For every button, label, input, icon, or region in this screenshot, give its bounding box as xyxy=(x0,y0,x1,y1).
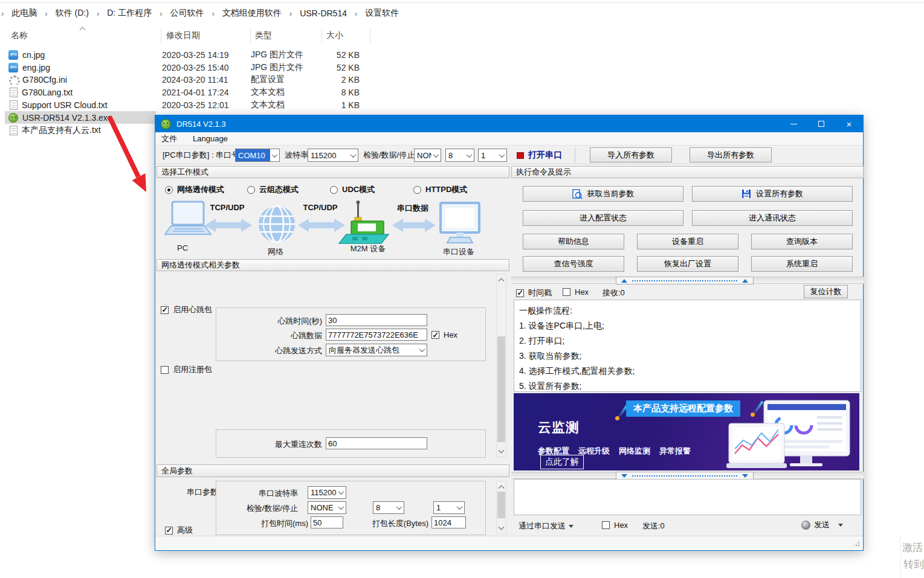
global-databits-select[interactable]: 8 xyxy=(373,501,404,514)
learn-more-button[interactable]: 点此了解 xyxy=(540,455,584,469)
reconnect-input[interactable] xyxy=(326,437,427,449)
column-divider xyxy=(250,28,251,43)
open-serial-button[interactable]: 打开串口 xyxy=(517,148,572,162)
global-baud-select[interactable]: 115200 xyxy=(308,486,346,499)
resize-grip[interactable] xyxy=(853,540,859,546)
hb-data-input[interactable] xyxy=(326,329,427,341)
hb-time-input[interactable] xyxy=(326,314,427,326)
params-scrollbar[interactable] xyxy=(496,274,506,457)
scroll-up-icon[interactable] xyxy=(497,274,506,284)
global-stopbits-select[interactable]: 1 xyxy=(433,501,465,514)
global-parity-select[interactable]: NONE xyxy=(308,501,346,514)
chevron-right-icon: › xyxy=(289,9,292,18)
close-button[interactable]: × xyxy=(835,115,863,132)
help-info-button[interactable]: 帮助信息 xyxy=(523,234,624,249)
hb-mode-select[interactable]: 向服务器发送心跳包 xyxy=(326,344,427,356)
file-row[interactable]: eng.jpg 2020-03-25 15:40 JPG 图片文件 52 KB xyxy=(5,61,370,74)
minimize-button[interactable] xyxy=(780,115,807,132)
databits-select[interactable]: 8 xyxy=(445,149,474,162)
link-label-tcp-udp-1: TCP/UDP xyxy=(203,203,251,212)
column-header-size[interactable]: 大小 xyxy=(326,30,343,41)
scroll-up-icon[interactable] xyxy=(497,481,506,491)
global-parity-value: NONE xyxy=(308,502,337,513)
breadcrumb-doc-group-software[interactable]: 文档组使用软件 xyxy=(222,8,282,19)
signal-strength-button[interactable]: 查信号强度 xyxy=(523,256,624,272)
column-header-type[interactable]: 类型 xyxy=(255,30,272,41)
dropdown-arrow-icon xyxy=(838,524,843,527)
app-icon xyxy=(161,119,171,129)
send-hex-checkbox[interactable]: Hex xyxy=(602,521,628,530)
register-enable-checkbox[interactable]: 启用注册包 xyxy=(161,364,212,375)
send-via-dropdown[interactable]: 通过串口发送 xyxy=(519,521,573,531)
procedure-line: 3. 获取当前参数; xyxy=(519,348,861,364)
enter-config-button[interactable]: 进入配置状态 xyxy=(523,210,683,226)
factory-reset-button[interactable]: 恢复出厂设置 xyxy=(637,256,738,272)
promo-banner[interactable]: 本产品支持远程配置参数 云监测 参数配置 远程升级 网络监测 异常报警 点此了解 xyxy=(514,393,859,470)
mode-option-transparent[interactable]: 网络透传模式 xyxy=(165,184,224,195)
import-params-button[interactable]: 导入所有参数 xyxy=(590,147,672,162)
node-label-serial-device: 串口设备 xyxy=(438,246,480,257)
heartbeat-enable-checkbox[interactable]: 启用心跳包 xyxy=(161,304,212,315)
file-date: 2021-04-01 17:24 xyxy=(162,88,251,97)
pack-len-input[interactable] xyxy=(431,516,466,528)
timestamp-label: 时间戳 xyxy=(528,287,552,298)
parity-select[interactable]: NONI xyxy=(414,149,441,162)
file-row[interactable]: 本产品支持有人云.txt xyxy=(5,124,156,136)
mode-option-cloud-scada[interactable]: 云组态模式 xyxy=(247,184,299,195)
system-reboot-button[interactable]: 系统重启 xyxy=(751,256,853,272)
mode-option-httpd[interactable]: HTTPD模式 xyxy=(413,184,467,195)
scrollbar-thumb[interactable] xyxy=(497,336,505,442)
breadcrumb-work-programs[interactable]: D: 工作程序 xyxy=(107,8,152,19)
scroll-down-icon[interactable] xyxy=(497,447,506,457)
send-button[interactable]: 发送 xyxy=(801,519,843,530)
global-scrollbar[interactable] xyxy=(496,481,506,534)
breadcrumb-company-software[interactable]: 公司软件 xyxy=(170,8,204,19)
file-row[interactable]: cn.jpg 2020-03-25 14:19 JPG 图片文件 52 KB xyxy=(5,48,370,61)
timestamp-checkbox[interactable]: 时间戳 xyxy=(516,287,552,298)
mode-option-udc[interactable]: UDC模式 xyxy=(330,184,375,195)
file-row[interactable]: G780Cfg.ini 2024-03-20 11:41 配置设置 2 KB xyxy=(5,73,370,86)
device-reboot-button[interactable]: 设备重启 xyxy=(637,234,738,249)
menu-file[interactable]: 文件 xyxy=(161,133,177,144)
radio-icon xyxy=(247,186,255,194)
file-row-selected[interactable]: USR-DR514 V2.1.3.exe xyxy=(5,111,156,124)
recv-hex-checkbox[interactable]: Hex xyxy=(563,287,589,297)
pack-time-input[interactable] xyxy=(311,516,343,528)
splitter[interactable] xyxy=(511,277,864,284)
breadcrumb-usr-dr514[interactable]: USR-DR514 xyxy=(300,8,347,18)
checkbox-unchecked-icon xyxy=(602,521,610,529)
breadcrumb-this-pc[interactable]: 此电脑 xyxy=(11,8,37,19)
jpg-file-icon xyxy=(8,50,18,60)
file-row[interactable]: G780Lang.txt 2021-04-01 17:24 文本文档 8 KB xyxy=(5,86,370,98)
exe-file-icon xyxy=(8,113,18,123)
breadcrumb-setup-software[interactable]: 设置软件 xyxy=(365,8,399,19)
global-stopbits-value: 1 xyxy=(434,502,455,513)
receive-log-area[interactable]: 一般操作流程: 1. 设备连PC串口,上电; 2. 打开串口; 3. 获取当前参… xyxy=(514,300,861,392)
advanced-checkbox[interactable]: 高级 xyxy=(165,525,193,536)
query-version-button[interactable]: 查询版本 xyxy=(751,234,853,249)
scrollbar-thumb[interactable] xyxy=(497,492,505,518)
send-input-area[interactable] xyxy=(514,479,861,515)
collapse-down-icon xyxy=(621,474,627,478)
splitter[interactable] xyxy=(511,472,864,479)
column-header-name[interactable]: 名称 xyxy=(11,30,28,41)
reset-counter-button[interactable]: 复位计数 xyxy=(804,285,848,298)
column-header-date[interactable]: 修改日期 xyxy=(166,30,200,41)
hb-hex-checkbox[interactable]: Hex xyxy=(431,330,457,339)
splitter-handle[interactable] xyxy=(616,277,754,284)
baud-select[interactable]: 115200 xyxy=(308,149,358,162)
title-bar[interactable]: DR514 V2.1.3 × xyxy=(155,115,863,132)
set-params-button[interactable]: 设置所有参数 xyxy=(692,186,853,202)
file-row[interactable]: Support USR Cloud.txt 2020-03-25 12:01 文… xyxy=(5,98,370,111)
export-params-button[interactable]: 导出所有参数 xyxy=(690,147,772,162)
hb-mode-value: 向服务器发送心跳包 xyxy=(326,344,418,356)
stopbits-select[interactable]: 1 xyxy=(478,149,507,162)
enter-comm-button[interactable]: 进入通讯状态 xyxy=(692,210,853,226)
breadcrumb-drive-d[interactable]: 软件 (D:) xyxy=(56,8,89,19)
get-params-button[interactable]: 获取当前参数 xyxy=(523,186,683,202)
maximize-button[interactable] xyxy=(807,115,835,132)
com-port-select[interactable]: COM10 xyxy=(235,149,280,162)
scroll-down-icon[interactable] xyxy=(497,524,506,533)
mode-params-header: 网络透传模式相关参数 xyxy=(157,259,509,271)
menu-language[interactable]: Language xyxy=(193,134,228,143)
